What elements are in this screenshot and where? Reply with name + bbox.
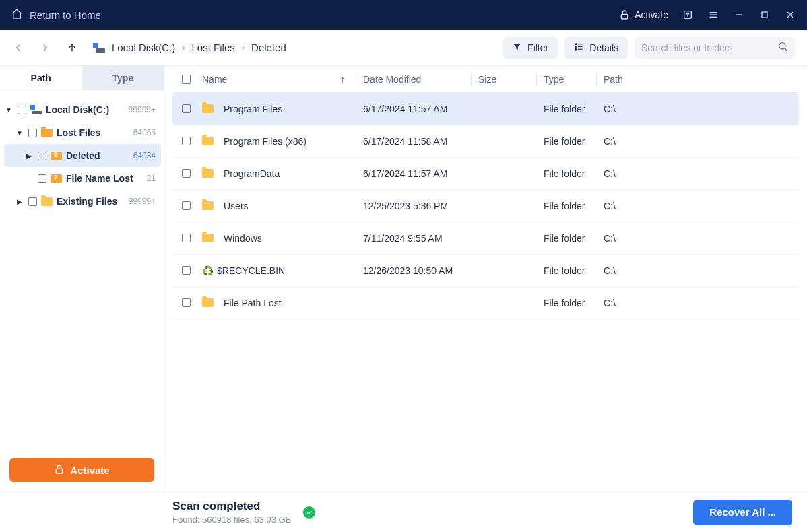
chevron-right-icon: ›	[182, 42, 185, 53]
table-row[interactable]: File Path LostFile folderC:\	[172, 287, 799, 319]
tree-node-lost-files[interactable]: ▼ Lost Files 64055	[4, 121, 161, 144]
row-name: Program Files	[224, 104, 282, 114]
filter-icon	[512, 42, 522, 54]
sort-ascending-icon[interactable]: ↑	[340, 74, 345, 85]
breadcrumb-item[interactable]: Deleted	[251, 42, 286, 53]
row-checkbox[interactable]	[182, 201, 191, 210]
column-type[interactable]: Type	[544, 74, 596, 85]
close-icon[interactable]	[784, 9, 796, 21]
search-input[interactable]	[641, 42, 772, 53]
folder-icon	[41, 128, 53, 138]
row-checkbox[interactable]	[182, 266, 191, 275]
recover-all-button[interactable]: Recover All ...	[693, 500, 792, 525]
row-path: C:\	[604, 201, 799, 211]
tree-node-count: 21	[147, 174, 156, 183]
activate-button-label: Activate	[70, 465, 109, 476]
table-row[interactable]: Windows7/11/2024 9:55 AMFile folderC:\	[172, 222, 799, 255]
share-icon[interactable]	[682, 9, 694, 21]
details-label: Details	[589, 42, 618, 53]
tree-node-count: 64055	[133, 128, 156, 137]
tree-node-count: 99999+	[129, 197, 156, 206]
folder-question-icon	[51, 174, 62, 184]
tree-node-local-disk[interactable]: ▼ Local Disk(C:) 99999+	[4, 98, 161, 121]
tree-node-count: 99999+	[129, 105, 156, 114]
tree-node-count: 64034	[133, 151, 156, 160]
svg-point-15	[779, 43, 785, 49]
file-list: Name ↑ Date Modified Size Type Path Prog…	[164, 66, 807, 492]
svg-point-13	[575, 46, 577, 47]
row-name: ProgramData	[224, 168, 280, 179]
row-checkbox[interactable]	[182, 137, 191, 145]
column-name[interactable]: Name	[202, 74, 227, 85]
nav-up-icon[interactable]	[66, 42, 78, 54]
minimize-icon[interactable]	[733, 9, 745, 21]
row-date: 12/26/2023 10:50 AM	[363, 265, 471, 276]
column-size[interactable]: Size	[478, 74, 536, 85]
svg-point-14	[575, 48, 577, 50]
checkbox[interactable]	[38, 174, 46, 183]
activate-button[interactable]: Activate	[9, 458, 154, 482]
checkbox[interactable]	[28, 197, 37, 206]
folder-icon	[41, 197, 53, 207]
checkbox[interactable]	[28, 129, 37, 137]
search-box[interactable]	[635, 37, 795, 59]
lock-icon	[618, 9, 631, 21]
sidebar: Path Type ▼ Local Disk(C:) 99999+ ▼ Lost…	[0, 66, 164, 492]
table-row[interactable]: ProgramData6/17/2024 11:57 AMFile folder…	[172, 158, 799, 190]
chevron-right-icon[interactable]: ▶	[15, 198, 24, 205]
svg-point-12	[575, 43, 577, 44]
table-row[interactable]: ♻️$RECYCLE.BIN12/26/2023 10:50 AMFile fo…	[172, 255, 799, 287]
row-checkbox[interactable]	[182, 104, 191, 113]
search-icon	[777, 41, 788, 54]
row-checkbox[interactable]	[182, 234, 191, 242]
column-date[interactable]: Date Modified	[363, 74, 471, 85]
maximize-icon[interactable]	[758, 9, 771, 21]
tab-path[interactable]: Path	[0, 66, 82, 90]
breadcrumb-item[interactable]: Local Disk(C:)	[112, 42, 175, 53]
column-path[interactable]: Path	[604, 74, 799, 85]
nav-back-icon[interactable]	[12, 42, 24, 54]
row-path: C:\	[604, 136, 799, 147]
row-checkbox[interactable]	[182, 169, 191, 178]
chevron-down-icon[interactable]: ▼	[15, 129, 24, 137]
checkbox[interactable]	[38, 152, 46, 160]
tree-node-label: Lost Files	[57, 127, 131, 138]
row-name: Program Files (x86)	[224, 136, 306, 147]
svg-rect-17	[57, 469, 63, 473]
row-type: File folder	[544, 298, 596, 308]
tree-node-deleted[interactable]: ▶ Deleted 64034	[4, 144, 161, 167]
return-home-button[interactable]: Return to Home	[11, 8, 101, 22]
row-path: C:\	[604, 265, 799, 276]
disk-icon	[93, 43, 105, 53]
filter-label: Filter	[527, 42, 548, 53]
file-rows: Program Files6/17/2024 11:57 AMFile fold…	[172, 93, 799, 319]
table-row[interactable]: Users12/25/2023 5:36 PMFile folderC:\	[172, 190, 799, 222]
menu-icon[interactable]	[707, 9, 719, 21]
svg-rect-0	[622, 14, 628, 19]
row-date: 6/17/2024 11:57 AM	[363, 168, 471, 179]
tree-node-file-name-lost[interactable]: ▶ File Name Lost 21	[4, 167, 161, 190]
row-type: File folder	[544, 233, 596, 244]
table-row[interactable]: Program Files (x86)6/17/2024 11:58 AMFil…	[172, 125, 799, 158]
nav-forward-icon[interactable]	[39, 42, 51, 54]
folder-icon	[202, 201, 214, 211]
tree-node-existing-files[interactable]: ▶ Existing Files 99999+	[4, 190, 161, 213]
row-name: Users	[224, 201, 249, 211]
check-circle-icon	[303, 506, 315, 519]
folder-icon	[202, 104, 214, 114]
details-button[interactable]: Details	[564, 37, 628, 59]
chevron-down-icon[interactable]: ▼	[4, 106, 13, 114]
breadcrumb-item[interactable]: Lost Files	[192, 42, 235, 53]
activate-link[interactable]: Activate	[618, 9, 668, 21]
select-all-checkbox[interactable]	[182, 75, 191, 84]
chevron-right-icon[interactable]: ▶	[24, 152, 34, 160]
filter-button[interactable]: Filter	[503, 37, 558, 59]
table-row[interactable]: Program Files6/17/2024 11:57 AMFile fold…	[172, 93, 799, 125]
row-checkbox[interactable]	[182, 298, 191, 307]
toolbar: Local Disk(C:) › Lost Files › Deleted Fi…	[0, 30, 807, 66]
checkbox[interactable]	[18, 106, 26, 114]
footer: Scan completed Found: 560918 files, 63.0…	[0, 492, 807, 532]
breadcrumb: Local Disk(C:) › Lost Files › Deleted	[93, 42, 286, 53]
tab-type[interactable]: Type	[82, 66, 164, 90]
tree-node-label: File Name Lost	[66, 173, 144, 184]
